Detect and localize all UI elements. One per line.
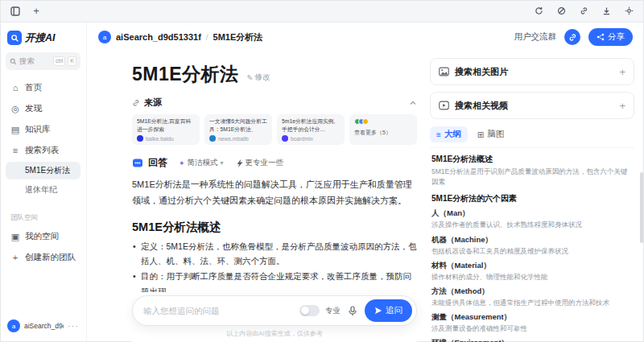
sidebar-item-my-space[interactable]: ▣ 我的空间 [6, 227, 80, 246]
sidebar-nav-item[interactable]: 退休年纪 [6, 181, 80, 199]
nav-item-icon: ⌂ [10, 83, 20, 93]
sidebar-nav-item[interactable]: ⌂ 首页 [6, 78, 80, 97]
copy-link-button[interactable] [564, 29, 580, 45]
add-videos-icon[interactable]: + [619, 100, 625, 112]
pencil-icon: ✎ [247, 73, 254, 82]
share-button[interactable]: 分享 [588, 28, 633, 46]
username: aiSearch_d9d51... [24, 322, 64, 330]
related-videos-card[interactable]: 搜索相关视频 + [430, 92, 634, 119]
sidebar-nav-item[interactable]: ▤ 知识库 [6, 120, 80, 139]
outline-list: 5M1E分析法概述 5M1E分析法是用于识别产品质量波动原因的方法，包含六个关键… [430, 154, 634, 342]
outline-item[interactable]: 未能提供具体信息，但通常指生产过程中使用的方法和技术 [431, 298, 633, 308]
source-favicon [209, 135, 216, 142]
related-images-card[interactable]: 搜索相关图片 + [430, 58, 634, 85]
tab-icon: ⊞ [477, 130, 484, 139]
image-icon [439, 67, 449, 76]
bullet-item: 定义：5M1E分析法，也称鱼骨模型，是分析产品质量波动原因的方法，包括人、机、料… [132, 239, 417, 270]
more-professional-button[interactable]: 更专业一些 [237, 158, 284, 168]
bolt-icon [237, 159, 243, 167]
app-icon[interactable] [10, 6, 21, 17]
source-domain: news.mbalib [218, 136, 249, 142]
sources-label: 来源 [144, 97, 162, 109]
sidebar-nav-item[interactable]: ≡ 搜索列表 [6, 141, 80, 160]
sidebar-user-row[interactable]: a aiSearch_d9d51... ··· [6, 316, 80, 336]
source-card[interactable]: 一文读懂6大问题分析工具：5M1E分析法、PDCA循… news.mbalib [204, 114, 272, 145]
folder-icon: ▣ [10, 232, 20, 242]
user-avatar: a [7, 319, 20, 332]
right-panel: 搜索相关图片 + 搜索相关视频 + ≡ 大纲 ⊞ 脑图 [428, 52, 644, 342]
user-more-icon[interactable]: ··· [68, 321, 79, 331]
outline-tab[interactable]: ≡ 大纲 [430, 126, 468, 142]
outline-item[interactable]: 5M1E分析法概述 [431, 154, 633, 165]
source-domain: boardmix [291, 136, 313, 142]
block-icon[interactable] [555, 6, 567, 17]
user-group-link[interactable]: 用户交流群 [514, 31, 557, 43]
sidebar-nav-item[interactable]: ◎ 发现 [6, 99, 80, 118]
plus-icon: + [10, 253, 20, 262]
source-card[interactable]: 5m1e分析法应用实例,手把手的会计分… boardmix [277, 114, 345, 145]
right-panel-scrollbar[interactable] [640, 172, 643, 243]
settings-icon[interactable] [623, 6, 634, 17]
nav-item-icon: ≡ [10, 146, 20, 155]
collapse-sources-icon[interactable] [409, 100, 417, 106]
sources-link-icon [132, 99, 140, 107]
outline-item[interactable]: 方法（Method） [431, 286, 633, 297]
sparkle-icon: ✦ [179, 159, 185, 167]
outline-item[interactable]: 涉及操作者的质量认识、技术熟练程度和身体状况 [431, 220, 633, 230]
outline-item[interactable]: 操作材料的成分、物理性能和化学性能 [431, 272, 633, 282]
outline-item[interactable]: 涉及测量设备的准确性和可靠性 [431, 323, 633, 334]
answer-intro: 5M1E分析法是一种系统性的问题解决工具，广泛应用于生产和质量管理领域，通过分析… [132, 177, 417, 209]
search-icon [10, 58, 17, 65]
breadcrumb-avatar: a [98, 31, 111, 43]
outline-item[interactable]: 环境（Environment） [431, 338, 633, 342]
microphone-icon[interactable] [346, 306, 359, 316]
outline-item[interactable]: 人（Man） [431, 208, 633, 219]
answer-label: 回答 [148, 156, 167, 170]
outline-tab[interactable]: ⊞ 脑图 [471, 126, 510, 142]
source-favicon [282, 135, 288, 142]
link-icon[interactable] [578, 6, 589, 17]
source-card[interactable]: 5M1E分析法,百度百科进一步探索 baike.baidu [132, 114, 200, 145]
nav-item-icon: ◎ [10, 104, 20, 114]
more-sources-label: 查看更多（5） [354, 129, 412, 137]
breadcrumb-page: 5M1E分析法 [213, 31, 263, 43]
article-content: 5M1E分析法 ✎ 修改 来源 5M1E分析法,百度百科进一步探索 [87, 52, 428, 342]
sidebar-nav-item[interactable]: 5M1E分析法 [6, 162, 80, 179]
followup-submit-button[interactable]: 追问 [365, 299, 412, 322]
source-title: 5m1e分析法应用实例,手把手的会计分… [282, 117, 340, 133]
more-sources-card[interactable]: 查看更多（5） [349, 114, 417, 145]
ai-disclaimer: 以上内容由AI搜索生成，仅供参考 [132, 329, 417, 338]
outline-item[interactable]: 5M1E分析法是用于识别产品质量波动原因的方法，包含六个关键因素 [431, 167, 633, 187]
outline-item[interactable]: 包括机器设备和工夹具的精度及维护保养状况 [431, 246, 633, 257]
edit-title-button[interactable]: ✎ 修改 [247, 72, 270, 83]
browser-topbar: + [0, 0, 644, 23]
source-domain: baike.baidu [146, 136, 174, 142]
chevron-down-icon: ▾ [221, 159, 224, 167]
outline-item[interactable]: 测量（Measurement） [431, 312, 633, 323]
new-tab-icon[interactable]: + [31, 6, 42, 17]
team-space-label: 团队空间 [10, 213, 76, 223]
app-logo[interactable]: 开搜AI [6, 29, 80, 52]
followup-input[interactable] [143, 306, 294, 315]
source-favicon [137, 135, 143, 142]
page-title: 5M1E分析法 [132, 62, 239, 87]
logo-magnifier-icon [7, 31, 22, 45]
answer-mode-dropdown[interactable]: ✦ 简洁模式 ▾ [179, 158, 224, 168]
add-images-icon[interactable]: + [619, 66, 625, 78]
outline-item[interactable]: 5M1E分析法的六个因素 [431, 193, 633, 204]
logo-text: 开搜AI [25, 31, 56, 45]
download-icon[interactable] [601, 6, 612, 17]
sidebar-search-input[interactable]: 搜索 ctrl K [6, 52, 80, 70]
outline-item[interactable]: 机器（Machine） [431, 235, 633, 245]
create-team-button[interactable]: + 创建新的团队 [6, 248, 80, 267]
source-favicon [362, 118, 369, 125]
professional-toggle[interactable] [299, 305, 320, 316]
outline-item[interactable]: 材料（Material） [431, 261, 633, 271]
refresh-icon[interactable] [533, 6, 544, 17]
breadcrumb-user[interactable]: aiSearch_d9d51331f [116, 32, 201, 42]
search-placeholder: 搜索 [19, 56, 51, 67]
link-icon [568, 33, 577, 42]
shortcut-k: K [68, 56, 76, 66]
source-title: 一文读懂6大问题分析工具：5M1E分析法、PDCA循… [209, 117, 267, 133]
share-icon [597, 33, 605, 41]
